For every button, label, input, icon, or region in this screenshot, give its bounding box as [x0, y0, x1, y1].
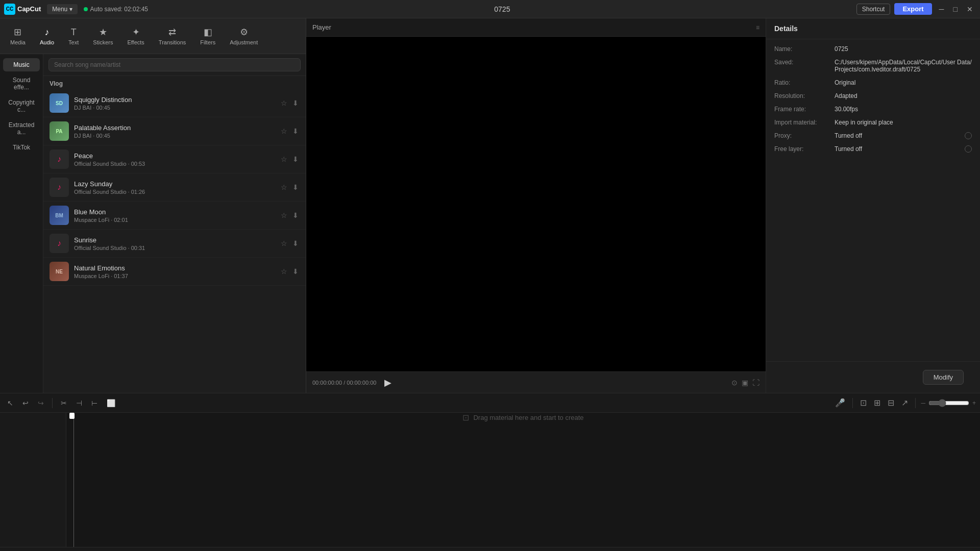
tool-audio[interactable]: ♪ Audio: [34, 25, 60, 47]
detail-key-saved: Saved:: [774, 59, 830, 66]
left-inner: Music Sound effe... Copyright c... Extra…: [0, 54, 306, 393]
favorite-icon[interactable]: ☆: [280, 266, 288, 277]
track-sub: Official Sound Studio · 01:26: [74, 189, 275, 195]
export-button[interactable]: Export: [894, 3, 932, 15]
download-icon[interactable]: ⬇: [291, 210, 300, 220]
list-item[interactable]: PA Palatable Assertion DJ BAI · 00:45 ☆ …: [43, 117, 306, 145]
tool-adjustment-label: Adjustment: [230, 39, 258, 45]
download-icon[interactable]: ⬇: [291, 154, 300, 164]
project-title: 0725: [154, 5, 850, 13]
tool-transitions-label: Transitions: [159, 39, 186, 45]
timeline-track-group: ⊡ Drag material here and start to create: [0, 413, 980, 547]
download-icon[interactable]: ⬇: [291, 238, 300, 248]
tool-effects[interactable]: ✦ Effects: [121, 24, 150, 47]
filters-icon: ◧: [204, 27, 212, 38]
timeline-scrollbar[interactable]: [0, 547, 980, 551]
detail-val-proxy: Turned off: [835, 132, 961, 139]
timeline-toolbar: ↖ ↩ ↪ ✂ ⊣ ⊢ ⬜ 🎤 ⊡ ⊞ ⊟ ↗ ─ +: [0, 393, 980, 413]
track-actions: ☆ ⬇: [280, 210, 300, 220]
detail-val-ratio: Original: [835, 79, 972, 86]
extract-button[interactable]: ↗: [899, 396, 910, 410]
split-audio-button[interactable]: ⊡: [858, 396, 869, 410]
detail-row-import: Import material: Keep in original place: [774, 119, 972, 126]
detail-row-ratio: Ratio: Original: [774, 79, 972, 86]
delete-button[interactable]: ⬜: [104, 397, 118, 409]
favorite-icon[interactable]: ☆: [280, 98, 288, 108]
proxy-toggle[interactable]: [965, 132, 972, 139]
tool-filters[interactable]: ◧ Filters: [194, 24, 222, 47]
sidebar-item-tiktok[interactable]: TikTok: [3, 141, 40, 154]
cursor-line: [74, 413, 74, 547]
track-thumbnail: PA: [50, 121, 69, 141]
track-info: Lazy Sunday Official Sound Studio · 01:2…: [74, 180, 275, 195]
sidebar-item-music[interactable]: Music: [3, 58, 40, 71]
snapshot-icon[interactable]: ⊙: [731, 379, 738, 387]
tool-media[interactable]: ⊞ Media: [4, 24, 32, 47]
player-menu-icon[interactable]: ≡: [756, 24, 760, 31]
maximize-button[interactable]: □: [950, 5, 961, 13]
track-title: Lazy Sunday: [74, 180, 275, 188]
modify-button[interactable]: Modify: [923, 370, 964, 385]
list-item[interactable]: ♪ Peace Official Sound Studio · 00:53 ☆ …: [43, 145, 306, 173]
close-button[interactable]: ✕: [964, 5, 976, 13]
shortcut-button[interactable]: Shortcut: [856, 4, 891, 15]
trim-left-button[interactable]: ⊣: [73, 397, 85, 409]
tool-transitions[interactable]: ⇄ Transitions: [153, 24, 192, 47]
undo-button[interactable]: ↩: [19, 397, 32, 409]
tool-filters-label: Filters: [200, 39, 215, 45]
drag-icon: ⊡: [462, 413, 469, 422]
menu-button[interactable]: Menu ▾: [47, 4, 77, 14]
track-actions: ☆ ⬇: [280, 266, 300, 277]
music-list: SD Squiggly Distinction DJ BAI · 00:45 ☆…: [43, 89, 306, 393]
track-title: Natural Emotions: [74, 264, 275, 272]
list-item[interactable]: ♪ Sunrise Official Sound Studio · 00:31 …: [43, 230, 306, 258]
track-thumbnail: BM: [50, 206, 69, 225]
minimize-button[interactable]: ─: [936, 5, 947, 13]
list-item[interactable]: NE Natural Emotions Muspace LoFi · 01:37…: [43, 258, 306, 286]
tool-media-label: Media: [10, 39, 26, 45]
download-icon[interactable]: ⬇: [291, 126, 300, 136]
favorite-icon[interactable]: ☆: [280, 126, 288, 136]
redo-button[interactable]: ↪: [35, 397, 47, 409]
list-item[interactable]: ♪ Lazy Sunday Official Sound Studio · 01…: [43, 173, 306, 202]
track-thumbnail: ♪: [50, 149, 69, 169]
split-button[interactable]: ✂: [58, 397, 70, 409]
search-bar: [43, 54, 306, 76]
separator: [852, 398, 853, 408]
zoom-slider[interactable]: [928, 399, 969, 407]
detail-val-name: 0725: [835, 45, 972, 53]
favorite-icon[interactable]: ☆: [280, 182, 288, 192]
list-item[interactable]: BM Blue Moon Muspace LoFi · 02:01 ☆ ⬇: [43, 202, 306, 230]
download-icon[interactable]: ⬇: [291, 182, 300, 192]
search-input[interactable]: [48, 58, 301, 71]
track-title: Sunrise: [74, 236, 275, 244]
mic-button[interactable]: 🎤: [833, 396, 847, 410]
tool-stickers[interactable]: ★ Stickers: [87, 24, 119, 47]
play-button[interactable]: ▶: [384, 377, 391, 388]
sidebar-item-copyright[interactable]: Copyright c...: [3, 96, 40, 116]
timeline-cursor: [71, 413, 72, 547]
ratio-icon[interactable]: ▣: [742, 379, 748, 387]
merge-button[interactable]: ⊞: [872, 396, 883, 410]
select-tool-button[interactable]: ↖: [4, 397, 16, 409]
list-item[interactable]: SD Squiggly Distinction DJ BAI · 00:45 ☆…: [43, 89, 306, 117]
sidebar-item-extracted[interactable]: Extracted a...: [3, 118, 40, 139]
favorite-icon[interactable]: ☆: [280, 154, 288, 164]
favorite-icon[interactable]: ☆: [280, 210, 288, 220]
freelayer-toggle[interactable]: [965, 145, 972, 153]
content-area: Vlog SD Squiggly Distinction DJ BAI · 00…: [43, 54, 306, 393]
track-thumbnail: ♪: [50, 234, 69, 253]
detail-key-framerate: Frame rate:: [774, 106, 830, 113]
detach-button[interactable]: ⊟: [886, 396, 896, 410]
tool-text[interactable]: T Text: [62, 25, 85, 47]
trim-right-button[interactable]: ⊢: [88, 397, 101, 409]
fullscreen-icon[interactable]: ⛶: [752, 379, 760, 387]
player-label: Player: [312, 23, 331, 31]
sidebar-item-sound-effects[interactable]: Sound effe...: [3, 73, 40, 94]
text-icon: T: [71, 27, 77, 38]
tool-adjustment[interactable]: ⚙ Adjustment: [224, 24, 264, 47]
download-icon[interactable]: ⬇: [291, 266, 300, 277]
favorite-icon[interactable]: ☆: [280, 238, 288, 248]
download-icon[interactable]: ⬇: [291, 98, 300, 108]
track-sub: Muspace LoFi · 01:37: [74, 273, 275, 279]
